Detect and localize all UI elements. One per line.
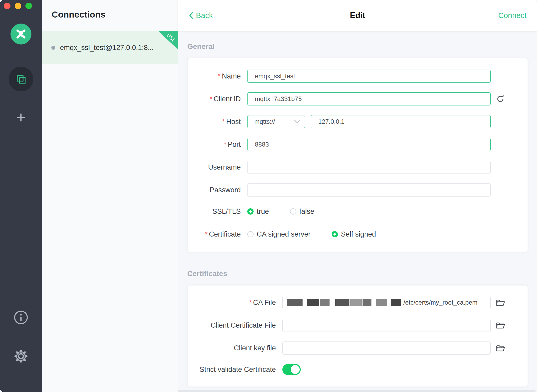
ssl-true-radio[interactable]: true xyxy=(247,208,269,216)
port-label: Port xyxy=(228,141,241,148)
client-certificate-input[interactable] xyxy=(282,319,491,332)
required-asterisk: * xyxy=(205,230,208,238)
username-label: Username xyxy=(188,163,247,171)
ca-file-row: *CA File /etc/certs/my_root_ca.pem xyxy=(188,296,528,309)
connection-list-item[interactable]: emqx_ssl_test@127.0.0.1:8... SSL xyxy=(42,31,178,64)
required-asterisk: * xyxy=(210,95,212,103)
general-card: *Name *Client ID *Host mqtts:// xyxy=(187,58,528,252)
back-button-label: Back xyxy=(196,11,213,20)
client-certificate-row: Client Certificate File xyxy=(188,319,528,332)
mqttx-logo xyxy=(10,24,31,44)
browse-ca-file-button[interactable] xyxy=(496,298,505,307)
radio-selected-icon xyxy=(247,208,254,215)
client-id-row: *Client ID xyxy=(188,92,528,105)
app-sidebar: + xyxy=(0,0,42,392)
redacted-segment xyxy=(391,299,401,306)
connections-panel-title: Connections xyxy=(42,0,178,20)
certificates-card: *CA File /etc/certs/my_root_ca.pem xyxy=(187,285,528,387)
name-label: Name xyxy=(222,72,241,80)
protocol-select[interactable]: mqtts:// xyxy=(247,115,305,128)
edit-header: Back Edit Connect xyxy=(178,0,537,31)
username-row: Username xyxy=(188,161,528,174)
general-section-title: General xyxy=(187,42,215,51)
certificate-label: Certificate xyxy=(209,230,241,238)
browse-client-key-button[interactable] xyxy=(496,344,505,352)
page-title: Edit xyxy=(178,11,537,20)
window-controls xyxy=(4,3,32,9)
required-asterisk: * xyxy=(222,118,225,126)
folder-icon xyxy=(496,298,505,307)
ca-signed-server-radio[interactable]: CA signed server xyxy=(247,230,311,238)
connections-panel: Connections emqx_ssl_test@127.0.0.1:8...… xyxy=(42,0,178,392)
connection-item-label: emqx_ssl_test@127.0.0.1:8... xyxy=(60,44,154,52)
ca-file-visible-path: /etc/certs/my_root_ca.pem xyxy=(403,299,478,306)
password-row: Password xyxy=(188,183,528,197)
radio-selected-icon xyxy=(332,231,338,237)
required-asterisk: * xyxy=(218,72,221,80)
folder-icon xyxy=(496,321,505,329)
name-input[interactable] xyxy=(247,70,491,83)
redacted-segment xyxy=(350,299,362,306)
name-row: *Name xyxy=(188,70,528,83)
refresh-client-id-button[interactable] xyxy=(496,94,505,103)
new-connection-button[interactable]: + xyxy=(10,107,31,128)
protocol-select-value: mqtts:// xyxy=(254,118,275,125)
redacted-segment xyxy=(376,299,387,306)
client-certificate-label: Client Certificate File xyxy=(188,321,282,329)
self-signed-radio[interactable]: Self signed xyxy=(332,230,376,238)
host-label: Host xyxy=(226,118,241,126)
strict-validate-toggle[interactable] xyxy=(282,364,301,375)
mqttx-logo-icon xyxy=(15,28,27,40)
required-asterisk: * xyxy=(249,299,252,306)
redacted-segment xyxy=(335,299,349,306)
client-id-label: Client ID xyxy=(213,95,241,103)
host-input[interactable] xyxy=(311,115,491,128)
required-asterisk: * xyxy=(224,141,227,148)
back-button[interactable]: Back xyxy=(189,11,213,20)
client-id-input[interactable] xyxy=(247,92,491,105)
client-key-label: Client key file xyxy=(188,344,282,352)
radio-unselected-icon xyxy=(247,231,254,237)
zoom-window-button[interactable] xyxy=(25,3,32,9)
folder-icon xyxy=(496,344,505,352)
port-input[interactable] xyxy=(247,138,491,151)
plus-icon: + xyxy=(16,109,26,125)
sidebar-item-connections[interactable] xyxy=(9,67,33,91)
password-label: Password xyxy=(188,186,247,194)
strict-validate-row: Strict validate Certificate xyxy=(188,364,528,375)
ca-file-label: CA File xyxy=(253,299,276,306)
browse-client-certificate-button[interactable] xyxy=(496,321,505,329)
edit-connection-view: Back Edit Connect General *Name *Client … xyxy=(178,0,537,392)
close-window-button[interactable] xyxy=(4,3,10,9)
bottom-edge-strip xyxy=(178,390,537,392)
password-input[interactable] xyxy=(247,183,491,197)
gear-icon xyxy=(12,348,30,365)
chevron-left-icon xyxy=(189,12,194,19)
chevron-down-icon xyxy=(294,120,300,124)
minimize-window-button[interactable] xyxy=(15,3,21,9)
radio-unselected-icon xyxy=(290,208,296,215)
certificate-row: *Certificate CA signed server Self signe… xyxy=(188,229,528,239)
client-key-input[interactable] xyxy=(282,341,491,355)
ssl-tls-label: SSL/TLS xyxy=(188,208,247,216)
connect-button[interactable]: Connect xyxy=(498,11,527,20)
redacted-segment xyxy=(363,299,371,306)
certificates-section-title: Certificates xyxy=(187,270,227,278)
redacted-segment xyxy=(287,299,303,306)
connection-status-dot xyxy=(51,46,55,50)
ssl-false-radio[interactable]: false xyxy=(290,208,314,216)
strict-validate-label: Strict validate Certificate xyxy=(188,366,282,374)
sidebar-item-about[interactable] xyxy=(13,309,29,327)
username-input[interactable] xyxy=(247,161,491,174)
mqttx-window: { "colors": { "accent_green": "#34c388",… xyxy=(0,0,537,392)
info-icon xyxy=(13,309,29,326)
client-key-row: Client key file xyxy=(188,341,528,355)
port-row: *Port xyxy=(188,138,528,151)
ca-file-input[interactable]: /etc/certs/my_root_ca.pem xyxy=(282,296,491,309)
connections-icon xyxy=(15,73,27,85)
redacted-segment xyxy=(307,299,319,306)
ssl-tls-row: SSL/TLS true false xyxy=(188,206,528,217)
sidebar-item-settings[interactable] xyxy=(12,348,30,366)
refresh-icon xyxy=(496,94,505,103)
host-row: *Host mqtts:// xyxy=(188,115,528,128)
